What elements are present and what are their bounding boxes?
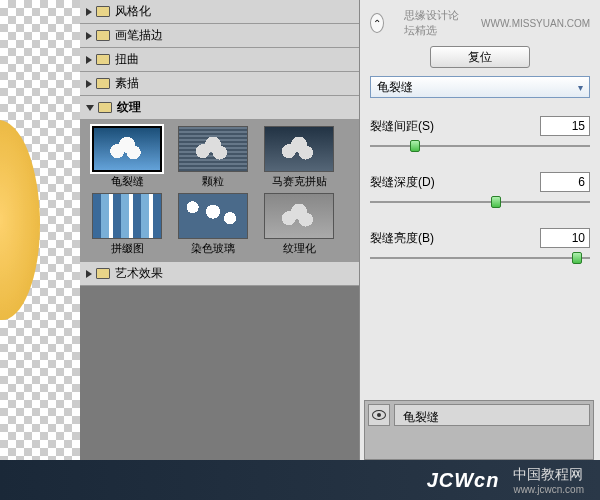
slider-track [370, 201, 590, 203]
effect-layer-label[interactable]: 龟裂缝 [394, 404, 590, 426]
chevron-down-icon [86, 105, 94, 111]
dropdown-selected: 龟裂缝 [377, 79, 413, 96]
footer-logo: JCWcn [427, 469, 500, 492]
thumb-label: 纹理化 [283, 241, 316, 256]
chevron-down-icon: ▾ [578, 82, 583, 93]
slider-thumb[interactable] [491, 196, 501, 208]
watermark-footer: JCWcn 中国教程网 www.jcwcn.com [0, 460, 600, 500]
header-url: WWW.MISSYUAN.COM [481, 18, 590, 29]
param-crack-brightness: 裂缝亮度(B) [370, 218, 590, 266]
filter-gallery-panel: 风格化 画笔描边 扭曲 素描 纹理 龟裂缝 颗粒 马赛克拼贴 拼缀图 染色玻璃 … [80, 0, 360, 500]
folder-icon [96, 6, 110, 17]
folder-icon [96, 54, 110, 65]
category-distort[interactable]: 扭曲 [80, 48, 359, 72]
slider-track [370, 257, 590, 259]
slider-thumb[interactable] [410, 140, 420, 152]
thumb-label: 马赛克拼贴 [272, 174, 327, 189]
category-stylize[interactable]: 风格化 [80, 0, 359, 24]
thumb-label: 龟裂缝 [111, 174, 144, 189]
crack-spacing-slider[interactable] [370, 138, 590, 154]
category-label: 扭曲 [115, 51, 139, 68]
param-crack-spacing: 裂缝间距(S) [370, 106, 590, 154]
param-label: 裂缝间距(S) [370, 118, 434, 135]
folder-icon [96, 268, 110, 279]
effect-layers-panel: 龟裂缝 [364, 400, 594, 460]
folder-icon [96, 78, 110, 89]
crack-depth-input[interactable] [540, 172, 590, 192]
footer-text: 中国教程网 www.jcwcn.com [513, 466, 584, 495]
crack-depth-slider[interactable] [370, 194, 590, 210]
texture-thumbs: 龟裂缝 颗粒 马赛克拼贴 拼缀图 染色玻璃 纹理化 [80, 120, 359, 262]
crack-brightness-slider[interactable] [370, 250, 590, 266]
category-label: 纹理 [117, 99, 141, 116]
param-label: 裂缝亮度(B) [370, 230, 434, 247]
canvas-area[interactable] [0, 0, 80, 500]
crack-spacing-input[interactable] [540, 116, 590, 136]
eye-icon [372, 410, 386, 420]
chevron-right-icon [86, 8, 92, 16]
param-label: 裂缝深度(D) [370, 174, 435, 191]
category-sketch[interactable]: 素描 [80, 72, 359, 96]
thumb-stained-glass[interactable]: 染色玻璃 [172, 193, 254, 256]
chevron-right-icon [86, 270, 92, 278]
thumb-label: 颗粒 [202, 174, 224, 189]
filter-dropdown[interactable]: 龟裂缝 ▾ [370, 76, 590, 98]
category-brush[interactable]: 画笔描边 [80, 24, 359, 48]
slider-track [370, 145, 590, 147]
chevron-right-icon [86, 32, 92, 40]
chevron-right-icon [86, 56, 92, 64]
category-label: 风格化 [115, 3, 151, 20]
category-texture[interactable]: 纹理 [80, 96, 359, 120]
folder-icon [96, 30, 110, 41]
thumb-grain[interactable]: 颗粒 [172, 126, 254, 189]
reset-button[interactable]: 复位 [430, 46, 530, 68]
thumb-texturizer[interactable]: 纹理化 [258, 193, 340, 256]
crack-brightness-input[interactable] [540, 228, 590, 248]
category-label: 素描 [115, 75, 139, 92]
folder-icon [98, 102, 112, 113]
collapse-button[interactable]: ⌃ [370, 13, 384, 33]
chevron-up-icon: ⌃ [373, 18, 381, 29]
slider-thumb[interactable] [572, 252, 582, 264]
chevron-right-icon [86, 80, 92, 88]
canvas-content [0, 120, 40, 320]
thumb-craquelure[interactable]: 龟裂缝 [86, 126, 168, 189]
category-artistic[interactable]: 艺术效果 [80, 262, 359, 286]
header-title: 思缘设计论坛精选 [404, 8, 461, 38]
visibility-toggle[interactable] [368, 404, 390, 426]
category-label: 艺术效果 [115, 265, 163, 282]
category-label: 画笔描边 [115, 27, 163, 44]
param-crack-depth: 裂缝深度(D) [370, 162, 590, 210]
thumb-label: 拼缀图 [111, 241, 144, 256]
thumb-patchwork[interactable]: 拼缀图 [86, 193, 168, 256]
thumb-label: 染色玻璃 [191, 241, 235, 256]
thumb-mosaic[interactable]: 马赛克拼贴 [258, 126, 340, 189]
